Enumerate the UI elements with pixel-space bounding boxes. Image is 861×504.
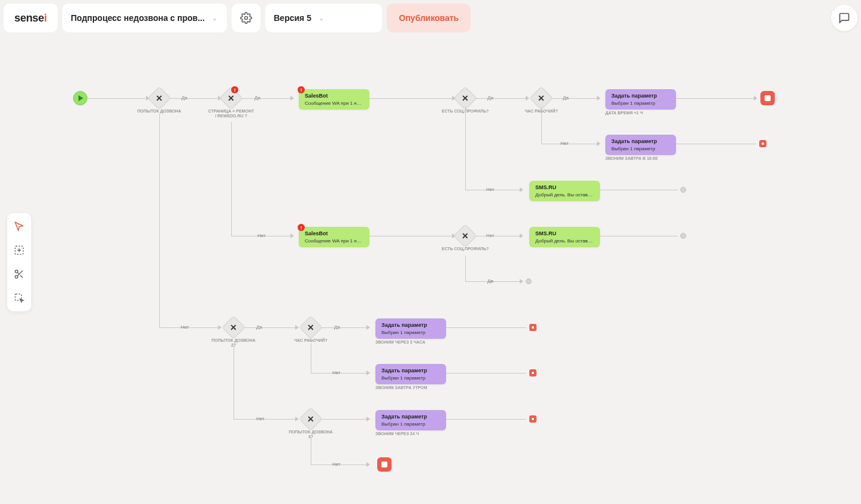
- flow-canvas[interactable]: ✕ ПОПЫТОК ДОЗВОНА Да ✕ ! СТРАНИЦА = РЕМО…: [0, 0, 861, 504]
- end-dot: [680, 187, 686, 193]
- x-icon: ✕: [462, 93, 469, 103]
- connector: [600, 236, 678, 236]
- connector: [465, 281, 522, 282]
- end-dot: [680, 233, 686, 239]
- arrow-icon: [526, 96, 529, 101]
- connector: [475, 236, 522, 236]
- action-caption: ДАТА ВРЕМЯ +1 Ч: [605, 111, 643, 115]
- connector: [369, 98, 454, 99]
- condition-node[interactable]: ✕: [299, 315, 323, 339]
- alert-badge: !: [231, 86, 238, 93]
- end-dot: [526, 278, 532, 284]
- condition-node[interactable]: ✕: [222, 315, 245, 339]
- condition-label: СТРАНИЦА = РЕМОНТ / REWEDO.RU ?: [207, 109, 255, 119]
- svg-marker-10: [78, 95, 83, 101]
- action-subtitle: Выбран 1 параметр: [611, 101, 670, 106]
- play-icon: [78, 95, 84, 101]
- stop-node-small[interactable]: [529, 369, 536, 377]
- edge-label-yes: Да: [487, 278, 493, 284]
- connector: [541, 144, 599, 144]
- action-node-param[interactable]: Задать параметр Выбран 1 параметр: [375, 364, 446, 384]
- x-icon: ✕: [307, 414, 314, 424]
- connector: [234, 346, 234, 419]
- x-icon: ✕: [307, 323, 314, 332]
- arrow-icon: [520, 187, 523, 192]
- connector: [159, 327, 220, 328]
- stop-node-small[interactable]: [759, 140, 766, 147]
- action-title: Задать параметр: [611, 138, 670, 145]
- arrow-icon: [520, 279, 523, 284]
- connector: [241, 98, 293, 99]
- x-icon: ✕: [538, 93, 545, 103]
- condition-node[interactable]: ✕: [453, 224, 477, 248]
- arrow-icon: [366, 417, 370, 421]
- x-icon: ✕: [156, 93, 163, 103]
- alert-badge: !: [298, 86, 305, 93]
- connector: [676, 98, 756, 99]
- connector: [231, 122, 232, 236]
- arrow-icon: [290, 96, 294, 101]
- x-icon: ✕: [228, 93, 235, 103]
- action-subtitle: Сообщение WA при 1 нед...: [305, 101, 363, 106]
- connector: [551, 98, 599, 99]
- condition-label: ЕСТЬ СОЦ.ПРОФИЛЬ?: [441, 247, 489, 251]
- stop-node[interactable]: [760, 91, 775, 105]
- x-icon: ✕: [230, 323, 237, 332]
- action-title: SalesBot: [305, 93, 363, 99]
- action-title: Задать параметр: [381, 368, 440, 374]
- stop-node-small[interactable]: [529, 324, 536, 331]
- action-node-param[interactable]: Задать параметр Выбран 1 параметр: [375, 318, 446, 339]
- alert-badge: !: [298, 224, 305, 231]
- action-subtitle: Выбран 1 параметр: [381, 375, 440, 381]
- condition-node[interactable]: ✕: [147, 86, 171, 110]
- arrow-icon: [218, 325, 222, 330]
- arrow-icon: [754, 96, 757, 101]
- action-caption: ЗВОНИМ ЗАВТРА УТРОМ: [375, 385, 428, 390]
- action-node-param[interactable]: Задать параметр Выбран 1 параметр: [375, 410, 446, 430]
- connector: [676, 144, 756, 144]
- action-caption: ЗВОНИМ ЧЕРЕЗ 3 ЧАСА: [375, 340, 425, 344]
- action-subtitle: Выбран 1 параметр: [381, 330, 440, 335]
- action-title: Задать параметр: [381, 414, 440, 420]
- action-title: SalesBot: [305, 230, 363, 237]
- arrow-icon: [366, 325, 370, 330]
- connector: [541, 107, 542, 144]
- connector: [169, 98, 220, 99]
- arrow-icon: [366, 371, 370, 375]
- arrow-icon: [597, 141, 601, 146]
- arrow-icon: [366, 462, 370, 467]
- connector: [311, 438, 311, 464]
- arrow-icon: [290, 233, 294, 238]
- action-node-param[interactable]: Задать параметр Выбран 1 параметр: [605, 135, 676, 155]
- action-subtitle: Добрый день. Вы остави...: [535, 238, 594, 244]
- action-node-sms[interactable]: SMS.RU Добрый день. Вы остави...: [529, 227, 600, 247]
- action-node-salesbot[interactable]: SalesBot Сообщение WA при 1 нед...: [299, 89, 369, 110]
- condition-node[interactable]: ✕: [299, 407, 323, 431]
- x-icon: ✕: [462, 231, 469, 241]
- action-subtitle: Выбран 1 параметр: [611, 146, 670, 151]
- connector: [234, 419, 298, 420]
- arrow-icon: [295, 417, 299, 421]
- action-subtitle: Сообщение WA при 1 нед...: [305, 238, 363, 244]
- connector: [475, 98, 528, 99]
- edge-label-no: Нет: [332, 370, 341, 375]
- action-title: Задать параметр: [611, 93, 670, 99]
- arrow-icon: [520, 233, 523, 238]
- edge-label-no: Нет: [486, 187, 495, 192]
- connector: [159, 114, 160, 327]
- connector: [446, 373, 526, 374]
- arrow-icon: [597, 96, 601, 101]
- start-node[interactable]: [73, 91, 87, 105]
- edge-label-no: Нет: [257, 233, 266, 238]
- stop-node-small[interactable]: [529, 415, 536, 423]
- action-title: SMS.RU: [535, 230, 594, 237]
- connector: [321, 327, 369, 328]
- action-subtitle: Добрый день. Вы остави...: [535, 192, 594, 198]
- connector: [369, 236, 454, 236]
- action-node-param[interactable]: Задать параметр Выбран 1 параметр: [605, 89, 676, 110]
- connector: [446, 327, 526, 328]
- action-node-sms[interactable]: SMS.RU Добрый день. Вы остави...: [529, 181, 600, 201]
- stop-node[interactable]: [377, 457, 392, 472]
- edge-label-no: Нет: [256, 416, 265, 421]
- action-node-salesbot[interactable]: SalesBot Сообщение WA при 1 нед...: [299, 227, 369, 247]
